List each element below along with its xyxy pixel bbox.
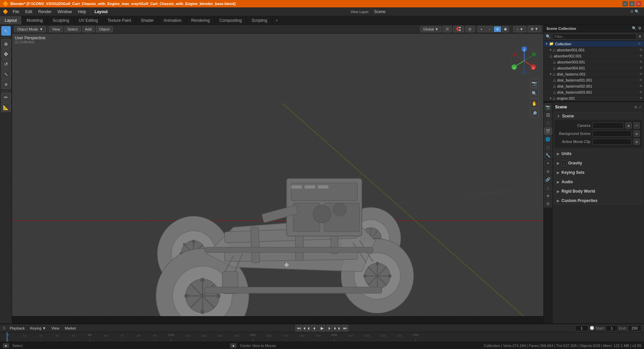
row2-vis[interactable]: 👁 [639, 60, 643, 64]
prop-tab-render[interactable]: 📷 [544, 103, 552, 111]
row6-vis[interactable]: 👁 [639, 84, 643, 88]
outliner-row-6[interactable]: △ disk_fasterns002.001 👁 [544, 83, 644, 89]
timeline-marker-menu[interactable]: Marker [63, 326, 78, 331]
object-menu[interactable]: Object [96, 26, 113, 32]
proportional-btn[interactable]: ◎ [465, 26, 475, 32]
outliner-row-1[interactable]: △ absorber002.001 👁 [544, 53, 644, 59]
solid-mode[interactable]: ▫ [486, 26, 493, 32]
tab-modeling[interactable]: Modeling [22, 16, 48, 24]
timeline-view-menu[interactable]: View [49, 326, 61, 331]
measure-tool[interactable]: 📐 [1, 103, 11, 112]
properties-settings-icon[interactable]: ⚙ [634, 105, 637, 109]
close-button[interactable]: × [636, 1, 641, 6]
start-frame-input[interactable]: 1 [606, 325, 618, 331]
current-frame-input[interactable]: 1 [575, 325, 588, 331]
tab-animation[interactable]: Animation [159, 16, 186, 24]
outliner-row-8[interactable]: ▼ △ engine.001 👁 [544, 95, 644, 101]
add-menu[interactable]: Add [82, 26, 95, 32]
tab-rendering[interactable]: Rendering [186, 16, 215, 24]
select-menu[interactable]: Select [64, 26, 81, 32]
custom-props-header[interactable]: ▶ Custom Properties [554, 197, 642, 204]
prop-tab-material[interactable]: ◈ [544, 192, 552, 199]
camera-value[interactable] [592, 122, 624, 129]
timeline-playback-menu[interactable]: Playback [8, 326, 27, 331]
prop-tab-modifier[interactable]: 🔧 [544, 152, 552, 159]
go-to-end-btn[interactable]: ⏭ [342, 325, 348, 332]
prop-tab-scene[interactable]: 🎬 [544, 128, 552, 135]
transform-tool[interactable]: ⊞ [1, 80, 11, 89]
menu-window[interactable]: Window [55, 8, 74, 15]
topbar-icon-search[interactable]: 🔍 [635, 9, 639, 14]
scale-tool[interactable]: ⤡ [1, 69, 11, 79]
tab-shader[interactable]: Shader [136, 16, 159, 24]
outliner-row-2[interactable]: △ absorber003.001 👁 [544, 59, 644, 65]
outliner-row-collection[interactable]: ▼ 📁 Collection 👁 [544, 41, 644, 47]
outliner-row-0[interactable]: ▼ △ absorber001.001 👁 [544, 47, 644, 53]
tab-texture-paint[interactable]: Texture Paint [103, 16, 136, 24]
movie-clip-select-btn[interactable]: ■ [634, 139, 640, 145]
outliner-search-input[interactable] [552, 34, 637, 40]
menu-help[interactable]: Help [75, 8, 89, 15]
add-workspace-button[interactable]: + [272, 16, 281, 24]
camera-view-icon[interactable]: 📷 [530, 79, 539, 88]
movie-clip-value[interactable] [592, 139, 632, 145]
fly-navigate-icon[interactable]: ✋ [530, 99, 539, 108]
wireframe-mode[interactable]: ▪ [478, 26, 485, 32]
prop-tab-data[interactable]: △ [544, 184, 552, 191]
audio-section-header[interactable]: ▶ Audio [554, 178, 642, 186]
outliner-filter-dropdown[interactable]: ▼ [638, 34, 642, 39]
select-tool[interactable]: ↖ [1, 26, 11, 36]
play-btn[interactable]: ▶ [319, 325, 325, 332]
timeline-ruler[interactable]: 1 50 100 150 200 250 10 20 30 40 [0, 332, 644, 342]
prop-tab-output[interactable]: 🖼 [544, 111, 552, 119]
outliner-filter-icon[interactable]: 🔍 [632, 26, 637, 31]
outliner-row-7[interactable]: △ disk_fasterns003.001 👁 [544, 89, 644, 95]
menu-file[interactable]: File [10, 8, 22, 15]
view-menu[interactable]: View [49, 26, 63, 32]
frame-back-btn[interactable]: ⏴ [311, 325, 318, 332]
go-to-start-btn[interactable]: ⏮ [296, 325, 302, 332]
row4-vis[interactable]: 👁 [639, 72, 643, 76]
object-mode-dropdown[interactable]: Object Mode ▼ [14, 26, 46, 32]
row5-vis[interactable]: 👁 [639, 78, 643, 82]
camera-select-btn[interactable]: ■ [626, 122, 632, 129]
prop-tab-constraints[interactable]: 🔗 [544, 176, 552, 183]
jump-back-btn[interactable]: ⏴⏴ [303, 325, 310, 332]
tab-compositing[interactable]: Compositing [215, 16, 247, 24]
tab-scripting[interactable]: Scripting [247, 16, 272, 24]
end-frame-input[interactable]: 250 [628, 325, 641, 331]
bg-scene-select-btn[interactable]: ■ [634, 131, 640, 137]
prop-tab-object[interactable]: ◻ [544, 144, 552, 151]
outliner-row-5[interactable]: △ disk_fasterns001.001 👁 [544, 77, 644, 83]
maximize-button[interactable]: □ [629, 1, 635, 6]
renderborder-icon[interactable]: 🔍 [530, 89, 539, 98]
tab-uv-editing[interactable]: UV Editing [74, 16, 103, 24]
snap-btn[interactable]: 🧲 [453, 26, 464, 32]
global-dropdown[interactable]: Global ▼ [420, 26, 442, 32]
scene-section-header[interactable]: ▼ Scene [554, 112, 642, 120]
prop-tab-particles[interactable]: ✦ [544, 160, 552, 167]
menu-render[interactable]: Render [36, 8, 54, 15]
prop-tab-world[interactable]: 🌐 [544, 136, 552, 143]
tab-layout[interactable]: Layout [0, 16, 22, 24]
row3-vis[interactable]: 👁 [639, 66, 643, 70]
rendered-mode[interactable]: ◉ [502, 26, 509, 32]
cursor-tool[interactable]: ⊕ [1, 39, 11, 49]
outliner-row-3[interactable]: △ absorber004.001 👁 [544, 65, 644, 71]
topbar-icon-prefs[interactable]: ⚙ [630, 9, 634, 14]
menu-scene[interactable]: Scene [372, 9, 387, 15]
timeline-keying-menu[interactable]: Keying ▼ [28, 326, 48, 331]
prop-tab-viewlayer[interactable]: ⬡ [544, 119, 552, 127]
timeline-menu-icon[interactable]: ☰ [3, 326, 6, 330]
minimize-button[interactable]: − [623, 1, 628, 6]
row0-vis[interactable]: 👁 [639, 48, 643, 52]
tab-sculpting[interactable]: Sculpting [48, 16, 74, 24]
collection-visible[interactable]: 👁 [638, 42, 641, 46]
prop-tab-physics[interactable]: ⊕ [544, 168, 552, 175]
overlay-btn[interactable]: ○ ▼ [513, 26, 526, 32]
pivot-btn[interactable]: ⊙ [443, 26, 452, 32]
row8-vis[interactable]: 👁 [639, 96, 643, 100]
units-section-header[interactable]: ▶ Units [554, 150, 642, 157]
camera-edit-btn[interactable]: ✏ [634, 122, 640, 129]
rotate-tool[interactable]: ↺ [1, 59, 11, 69]
